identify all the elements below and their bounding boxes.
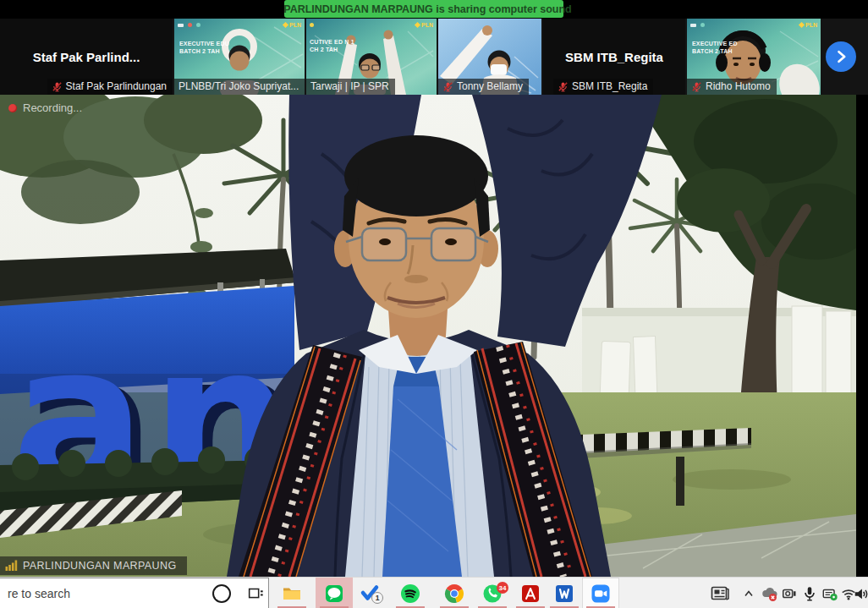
recording-dot-icon xyxy=(8,104,17,112)
virtual-bg-logo-row: PLN xyxy=(690,21,817,29)
chrome-icon xyxy=(444,583,464,604)
spotify-icon xyxy=(400,583,420,604)
virtual-bg-logo-row: PLN xyxy=(178,21,301,29)
video-tile-ridho-hutomo[interactable]: EXECUTIVE ED BATCH 2 TAH PLN Ridho Hutom… xyxy=(687,19,821,95)
pln-logo: PLN xyxy=(283,22,301,28)
muted-mic-icon xyxy=(52,81,63,92)
tile-display-name: SBM ITB_Regita xyxy=(543,50,685,64)
tile-name-text: PLNBB/Tri Joko Supriyat... xyxy=(179,80,299,92)
tile-display-name: Staf Pak Parlind... xyxy=(0,50,173,64)
microphone-icon xyxy=(801,585,818,602)
task-view-button[interactable] xyxy=(239,578,272,608)
tile-name-label: Staf Pak Parlindungan xyxy=(47,79,173,95)
word-icon xyxy=(554,583,574,604)
tile-name-text: Staf Pak Parlindungan xyxy=(66,80,167,92)
camera-icon xyxy=(781,585,798,602)
taskbar-file-explorer-icon[interactable] xyxy=(273,578,310,608)
tray-microphone-button[interactable] xyxy=(799,578,821,608)
virtual-bg-caption: EXECUTIVE EDU BATCH 2 TAH xyxy=(179,40,229,55)
taskbar-word-icon[interactable] xyxy=(546,578,583,608)
cortana-icon xyxy=(212,584,231,603)
speaker-icon xyxy=(853,585,868,602)
sound-sharing-banner: PARLINDUNGAN MARPAUNG is sharing compute… xyxy=(284,0,563,18)
muted-mic-icon xyxy=(558,81,569,92)
pln-logo: PLN xyxy=(799,22,817,28)
tile-name-label: Tarwaji | IP | SPR xyxy=(306,79,395,95)
acrobat-icon xyxy=(520,583,541,604)
next-participants-button[interactable] xyxy=(826,41,856,72)
tray-news-button[interactable] xyxy=(704,578,736,608)
pln-logo: PLN xyxy=(415,22,433,28)
participant-filmstrip: Staf Pak Parlind... Staf Pak Parlindunga… xyxy=(0,19,868,95)
tray-volume-button[interactable] xyxy=(853,578,868,608)
video-tile-sbm-itb-regita[interactable]: SBM ITB_Regita SBM ITB_Regita xyxy=(543,19,685,95)
taskbar-chrome-icon[interactable] xyxy=(436,578,473,608)
video-tile-plnbb-tri-joko[interactable]: PLN EXECUTIVE EDU BATCH 2 TAH PLNBB/Tri … xyxy=(174,19,305,95)
banner-text: PARLINDUNGAN MARPAUNG is sharing compute… xyxy=(283,3,572,15)
chevron-up-icon xyxy=(742,587,755,600)
tile-name-text: Ridho Hutomo xyxy=(706,80,771,92)
speaker-name-text: PARLINDUNGAN MARPAUNG xyxy=(23,560,177,572)
virtual-bg-caption: CUTIVE ED N 1 CH 2 TAH xyxy=(310,38,354,53)
video-tile-staf-pak-parlindungan[interactable]: Staf Pak Parlind... Staf Pak Parlindunga… xyxy=(0,19,173,95)
recording-text: Recording... xyxy=(23,101,82,114)
muted-mic-icon xyxy=(691,81,702,92)
recording-indicator: Recording... xyxy=(8,101,82,114)
taskbar-acrobat-icon[interactable] xyxy=(512,578,549,608)
taskbar-tasks-app-icon[interactable]: 1 xyxy=(351,578,388,608)
tile-name-text: Tarwaji | IP | SPR xyxy=(310,80,389,92)
taskbar-whatsapp-icon[interactable]: 34 xyxy=(474,578,511,608)
taskbar-line-icon[interactable] xyxy=(316,578,353,608)
speaker-name-label: PARLINDUNGAN MARPAUNG xyxy=(0,556,187,575)
search-text: re to search xyxy=(8,587,70,600)
file-explorer-icon xyxy=(282,583,302,604)
tasks-count-badge: 1 xyxy=(371,592,383,604)
chevron-right-icon xyxy=(832,48,849,65)
task-view-icon xyxy=(246,584,265,603)
video-tile-tarwaji[interactable]: CUTIVE ED N 1 CH 2 TAH PLN Tarwaji | IP … xyxy=(306,19,437,95)
virtual-bg-logo-row: PLN xyxy=(310,21,433,29)
bollard xyxy=(676,457,684,506)
tile-name-label: Ridho Hutomo xyxy=(687,79,777,95)
speaker-video-scene: an an xyxy=(0,95,856,577)
tray-camera-button[interactable] xyxy=(778,578,800,608)
video-tile-tonny-bellamy[interactable]: Tonny Bellamy xyxy=(438,19,541,95)
tile-name-text: Tonny Bellamy xyxy=(457,80,523,92)
card-sync-icon xyxy=(821,585,838,602)
tile-name-label: SBM ITB_Regita xyxy=(553,79,653,95)
tray-onedrive-button[interactable] xyxy=(758,578,780,608)
taskbar-spotify-icon[interactable] xyxy=(392,578,429,608)
desktop-root: { "banner": { "text": "PARLINDUNGAN MARP… xyxy=(0,0,868,608)
active-speaker-video: an an xyxy=(0,95,856,577)
tile-name-text: SBM ITB_Regita xyxy=(572,80,647,92)
onedrive-error-icon xyxy=(761,585,777,602)
taskbar-zoom-icon[interactable] xyxy=(582,578,619,608)
news-icon xyxy=(710,583,730,604)
line-app-icon xyxy=(324,583,344,604)
virtual-bg-caption: EXECUTIVE ED BATCH 2 TAH xyxy=(692,40,738,55)
tile-name-label: PLNBB/Tri Joko Supriyat... xyxy=(174,79,305,95)
whatsapp-unread-badge: 34 xyxy=(497,582,508,594)
windows-taskbar: re to search 1 xyxy=(0,577,868,608)
muted-mic-icon xyxy=(442,81,453,92)
zoom-app-icon xyxy=(591,583,611,604)
cortana-button[interactable] xyxy=(205,578,239,608)
tray-show-hidden-button[interactable] xyxy=(738,578,760,608)
tile-name-label: Tonny Bellamy xyxy=(438,79,529,95)
audio-level-icon xyxy=(5,559,18,572)
